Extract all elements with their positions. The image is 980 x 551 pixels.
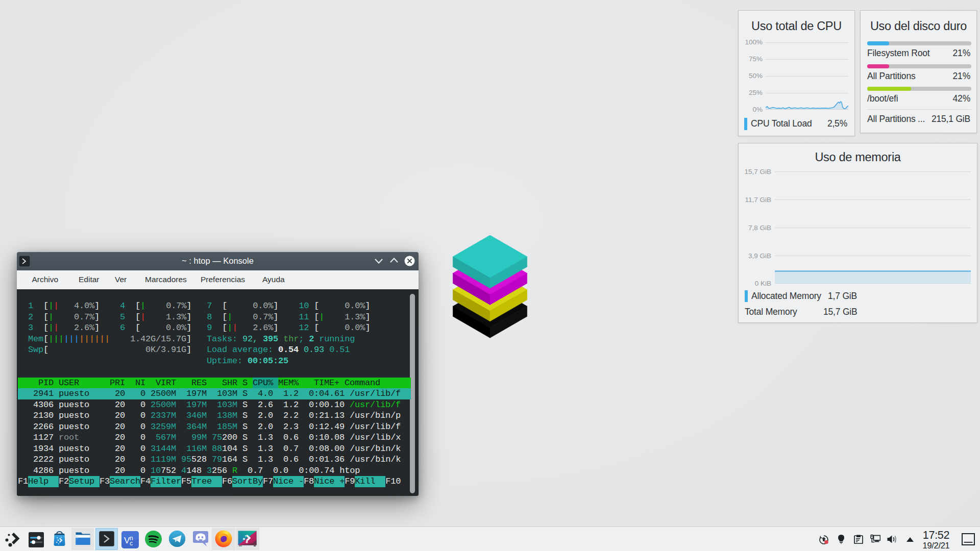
svg-text:c: c: [130, 540, 133, 547]
